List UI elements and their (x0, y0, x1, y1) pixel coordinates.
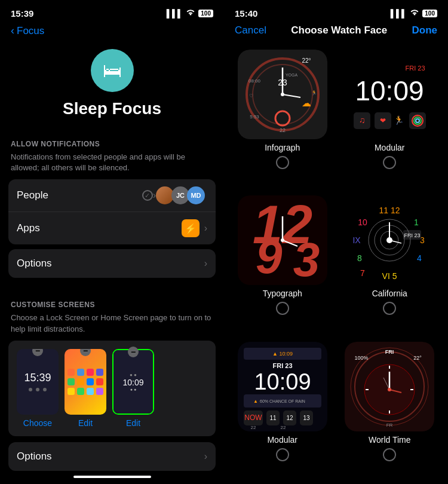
bottom-options-chevron: › (204, 451, 207, 462)
svg-point-34 (281, 238, 284, 242)
typograph-svg: 12 9 3 (238, 195, 327, 285)
people-avatars: JC MD (156, 186, 202, 204)
people-row[interactable]: People ✓ › JC MD (8, 179, 216, 212)
app-icon: ⚡ (182, 219, 200, 237)
california-thumb: 11 12 10 1 IX 3 8 4 7 VI 5 FRI 23 (345, 195, 434, 285)
svg-text:♫: ♫ (359, 115, 366, 125)
svg-text:22°: 22° (302, 57, 311, 64)
svg-text:🏃: 🏃 (394, 115, 404, 125)
modular2-thumb: ▲ 10:09 FRI 23 10:09 ▲ 60% CHANCE OF RAI… (238, 342, 327, 431)
svg-text:08:00: 08:00 (248, 78, 261, 84)
watch-face-typograph[interactable]: 12 9 3 Typograph (234, 195, 332, 332)
cancel-button[interactable]: Cancel (235, 24, 266, 36)
svg-text:13: 13 (303, 415, 310, 421)
screens-preview: − 15:39 Choose − (8, 341, 216, 436)
customise-section: CUSTOMISE SCREENS Choose a Lock Screen o… (0, 291, 224, 436)
options-label: Options (17, 258, 204, 269)
home-screen-mockup: − (65, 349, 106, 415)
svg-text:22: 22 (250, 425, 256, 430)
watch-face-modular[interactable]: FRI 23 10:09 ♫ ❤ 🏃 (341, 50, 439, 186)
bottom-options-label: Options (17, 451, 204, 462)
california-svg: 11 12 10 1 IX 3 8 4 7 VI 5 FRI 23 (345, 195, 434, 285)
options-chevron: › (204, 258, 207, 269)
modular-radio[interactable] (383, 156, 396, 169)
svg-text:10:09: 10:09 (254, 369, 311, 394)
edit-label[interactable]: Edit (78, 418, 93, 428)
infograph-thumb: 22° 23 ☁ 08:00 ♡ 🏃 22 5:53 (238, 50, 327, 139)
svg-text:100%: 100% (355, 355, 369, 361)
modular2-label: Modular (267, 435, 297, 445)
apps-label: Apps (17, 222, 182, 234)
svg-text:❤: ❤ (380, 117, 386, 125)
modular-svg: FRI 23 10:09 ♫ ❤ 🏃 (345, 50, 434, 139)
choose-label[interactable]: Choose (23, 418, 52, 428)
svg-text:60% CHANCE OF RAIN: 60% CHANCE OF RAIN (260, 399, 305, 403)
back-nav[interactable]: ‹ Focus (0, 22, 224, 43)
svg-text:NOW: NOW (244, 413, 262, 422)
watch-screen-mockup: − ● ● 10:09 ● ● (112, 349, 154, 415)
california-radio[interactable] (383, 302, 396, 315)
modular-thumb: FRI 23 10:09 ♫ ❤ 🏃 (345, 50, 434, 139)
home-screen-item: − Edi (65, 349, 106, 428)
focus-header: 🛏 Sleep Focus (0, 43, 224, 130)
infograph-svg: 22° 23 ☁ 08:00 ♡ 🏃 22 5:53 (238, 50, 327, 139)
svg-text:5:53: 5:53 (250, 114, 259, 120)
infograph-radio[interactable] (276, 156, 289, 169)
watch-screen-item: − ● ● 10:09 ● ● Edit (112, 349, 154, 428)
watch-face-worldtime[interactable]: 100% 22° FRI (341, 342, 439, 478)
lock-screen-mockup: − 15:39 (17, 349, 59, 415)
svg-text:10: 10 (358, 218, 367, 227)
watch-faces-grid: 22° 23 ☁ 08:00 ♡ 🏃 22 5:53 (224, 44, 448, 484)
svg-text:VI  5: VI 5 (382, 271, 397, 281)
worldtime-radio[interactable] (383, 448, 396, 461)
modular2-svg: ▲ 10:09 FRI 23 10:09 ▲ 60% CHANCE OF RAI… (238, 342, 327, 431)
sleep-icon-circle: 🛏 (91, 49, 134, 92)
lock-minus-badge: − (32, 349, 43, 356)
worldtime-label: World Time (369, 435, 411, 445)
svg-text:10:09: 10:09 (355, 75, 424, 106)
lock-time: 15:39 (24, 372, 51, 384)
people-label: People (17, 189, 139, 201)
watch-face-california[interactable]: 11 12 10 1 IX 3 8 4 7 VI 5 FRI 23 (341, 195, 439, 332)
worldtime-svg: 100% 22° FRI (345, 342, 434, 431)
apps-row[interactable]: Apps ⚡ › (8, 212, 216, 244)
avatar-3: MD (187, 186, 205, 204)
watch-face-modular2[interactable]: ▲ 10:09 FRI 23 10:09 ▲ 60% CHANCE OF RAI… (234, 342, 332, 478)
svg-text:FRI: FRI (385, 349, 394, 355)
allow-section-label: ALLOW NOTIFICATIONS (0, 130, 224, 152)
svg-text:23: 23 (278, 78, 287, 87)
right-wifi-icon (410, 9, 419, 18)
lock-dots (29, 388, 47, 391)
worldtime-thumb: 100% 22° FRI (345, 342, 434, 431)
svg-text:22: 22 (280, 425, 286, 430)
svg-text:FRI 23: FRI 23 (406, 65, 425, 72)
left-time: 15:39 (11, 8, 33, 19)
edit2-label[interactable]: Edit (126, 418, 140, 428)
modular2-radio[interactable] (276, 448, 289, 461)
home-minus-badge: − (80, 349, 91, 356)
svg-text:▲  10:09: ▲ 10:09 (272, 351, 293, 357)
done-button[interactable]: Done (412, 24, 437, 36)
lock-screen-item: − 15:39 Choose (17, 349, 59, 428)
svg-text:YOGA: YOGA (286, 73, 298, 77)
svg-text:▲: ▲ (253, 399, 258, 404)
svg-text:3: 3 (293, 233, 320, 285)
watch-face-infograph[interactable]: 22° 23 ☁ 08:00 ♡ 🏃 22 5:53 (234, 50, 332, 186)
typograph-radio[interactable] (276, 302, 289, 315)
svg-text:☁: ☁ (302, 98, 311, 108)
signal-icon: ▌▌▌ (167, 9, 183, 18)
svg-text:11: 11 (269, 415, 277, 421)
customise-desc: Choose a Lock Screen or Home Screen page… (0, 313, 224, 340)
svg-text:FR: FR (386, 422, 393, 428)
typograph-thumb: 12 9 3 (238, 195, 327, 285)
home-indicator (73, 476, 151, 478)
options-row[interactable]: Options › (8, 249, 216, 278)
battery-icon: 100 (198, 10, 213, 17)
svg-text:♡: ♡ (248, 93, 253, 99)
typograph-label: Typograph (263, 289, 302, 298)
bottom-options-row[interactable]: Options › (8, 442, 216, 471)
notifications-card: People ✓ › JC MD Apps ⚡ › (8, 179, 216, 244)
svg-text:9: 9 (256, 230, 283, 283)
watch-face-mini: ● ● 10:09 ● ● (113, 350, 153, 413)
right-status-icons: ▌▌▌ 100 (391, 9, 437, 18)
